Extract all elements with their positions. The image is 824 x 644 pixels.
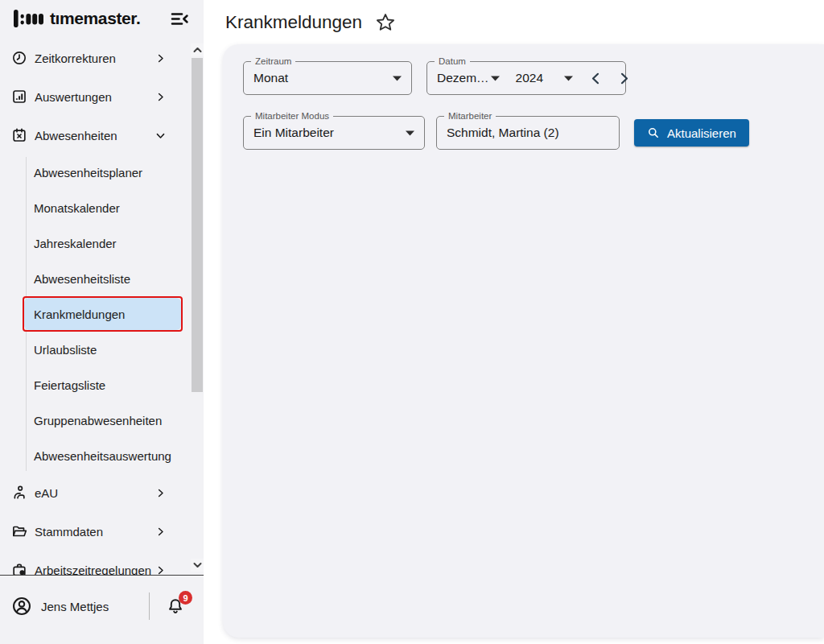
chevron-right-icon (154, 526, 167, 538)
sidebar-item-label: Abwesenheiten (35, 129, 154, 142)
sidebar-item-label: Gruppenabwesenheiten (34, 414, 162, 427)
user-account-row[interactable]: Jens Mettjes 9 (0, 586, 204, 626)
mitarbeiter-input[interactable]: Mitarbeiter Schmidt, Martina (2) (436, 116, 620, 150)
folder-open-icon (11, 523, 27, 539)
mitarbeiter-modus-select[interactable]: Mitarbeiter Modus Ein Mitarbeiter (243, 116, 425, 150)
brand-logo[interactable]: tımemaster. (14, 9, 140, 28)
sidebar-item-label: Urlaubsliste (34, 343, 97, 357)
sidebar: tımemaster. Zeitkorrekturen (0, 0, 204, 644)
caret-down-icon[interactable] (491, 76, 500, 81)
sidebar-nav: Zeitkorrekturen Auswertungen (0, 37, 204, 575)
chevron-right-icon (154, 487, 167, 499)
zeitraum-label: Zeitraum (251, 56, 295, 67)
datum-year-value: 2024 (516, 71, 543, 85)
logout-button[interactable]: Abmelden (0, 636, 204, 644)
chevron-down-icon (154, 130, 167, 142)
avatar-icon (11, 596, 32, 617)
previous-period-button[interactable] (591, 72, 600, 85)
sidebar-item-label: Krankmeldungen (34, 308, 125, 321)
sidebar-item-stammdaten[interactable]: Stammdaten (0, 512, 204, 551)
sidebar-item-arbeitszeitregelungen[interactable]: Arbeitszeitregelungen (0, 551, 204, 575)
favorite-star-icon[interactable] (375, 12, 396, 33)
chevron-right-icon (154, 91, 167, 103)
sidebar-item-label: Jahreskalender (34, 237, 117, 250)
zeitraum-value: Monat (253, 71, 288, 85)
main-area: Krankmeldungen Zeitraum Monat Dat (204, 0, 824, 644)
sidebar-bottom-section: Jens Mettjes 9 (0, 575, 204, 644)
filter-row-1: Zeitraum Monat Datum Dezem… 2024 (243, 61, 824, 95)
timemaster-logo-mark-icon (14, 9, 43, 28)
mitarbeiter-value: Schmidt, Martina (2) (447, 126, 559, 140)
sidebar-item-abwesenheiten[interactable]: Abwesenheiten (0, 116, 204, 155)
app-window: tımemaster. Zeitkorrekturen (0, 0, 824, 644)
chevron-right-icon (154, 564, 167, 576)
next-period-button[interactable] (620, 72, 629, 85)
briefcase-clock-icon (11, 562, 27, 575)
datum-field[interactable]: Datum Dezem… 2024 (426, 61, 626, 95)
sidebar-item-label: Stammdaten (35, 525, 154, 539)
sidebar-item-auswertungen[interactable]: Auswertungen (0, 77, 204, 116)
clock-icon (11, 50, 27, 66)
sidebar-header: tımemaster. (0, 0, 204, 37)
eau-person-icon (11, 485, 27, 501)
sidebar-item-abwesenheitsliste[interactable]: Abwesenheitsliste (0, 261, 204, 296)
sidebar-item-label: Abwesenheitsliste (34, 272, 130, 286)
mitarbeiter-modus-label: Mitarbeiter Modus (251, 110, 333, 122)
scroll-up-icon[interactable] (191, 43, 204, 56)
chevron-right-icon (154, 52, 167, 64)
sidebar-item-label: Feiertagsliste (34, 378, 105, 392)
sidebar-item-feiertagsliste[interactable]: Feiertagsliste (0, 367, 204, 402)
sidebar-item-abwesenheitsauswertung[interactable]: Abwesenheitsauswertung (0, 438, 204, 473)
sidebar-item-jahreskalender[interactable]: Jahreskalender (0, 225, 204, 261)
filter-row-2: Mitarbeiter Modus Ein Mitarbeiter Mitarb… (243, 116, 824, 150)
mitarbeiter-modus-value: Ein Mitarbeiter (253, 126, 334, 140)
sidebar-item-gruppenabwesenheiten[interactable]: Gruppenabwesenheiten (0, 402, 204, 438)
sidebar-item-label: Abwesenheitsplaner (34, 166, 142, 180)
caret-down-icon (406, 130, 414, 136)
sidebar-item-label: Monatskalender (34, 201, 120, 215)
datum-month-value: Dezem… (437, 71, 489, 85)
sidebar-item-monatskalender[interactable]: Monatskalender (0, 190, 204, 225)
sidebar-item-abwesenheitsplaner[interactable]: Abwesenheitsplaner (0, 155, 204, 190)
abwesenheiten-submenu: Abwesenheitsplaner Monatskalender Jahres… (0, 155, 204, 473)
user-name: Jens Mettjes (41, 600, 109, 613)
bar-chart-icon (11, 89, 27, 105)
divider (149, 592, 150, 620)
brand-logo-text: tımemaster. (50, 9, 140, 28)
notification-count-badge: 9 (179, 591, 192, 605)
calendar-x-icon (11, 127, 27, 143)
sidebar-item-label: Arbeitszeitregelungen (35, 564, 154, 576)
sidebar-scrollbar[interactable] (191, 43, 204, 575)
datum-label: Datum (435, 56, 470, 67)
scroll-down-icon[interactable] (191, 559, 204, 572)
caret-down-icon[interactable] (564, 76, 573, 81)
sidebar-item-label: Auswertungen (35, 90, 154, 104)
main-header: Krankmeldungen (204, 0, 824, 44)
scrollbar-thumb[interactable] (192, 58, 203, 392)
caret-down-icon (393, 76, 402, 81)
sidebar-item-label: Zeitkorrekturen (35, 52, 154, 65)
page-title: Krankmeldungen (225, 12, 362, 33)
notifications-button[interactable]: 9 (166, 596, 185, 617)
sidebar-item-label: eAU (35, 486, 154, 500)
sidebar-item-eau[interactable]: eAU (0, 473, 204, 512)
sidebar-item-zeitkorrekturen[interactable]: Zeitkorrekturen (0, 39, 204, 77)
aktualisieren-button-label: Aktualisieren (667, 126, 736, 140)
sidebar-item-krankmeldungen[interactable]: Krankmeldungen (0, 296, 204, 332)
zeitraum-select[interactable]: Zeitraum Monat (243, 61, 412, 95)
sidebar-collapse-icon[interactable] (171, 11, 189, 27)
aktualisieren-button[interactable]: Aktualisieren (634, 119, 749, 147)
sidebar-item-label: Abwesenheitsauswertung (34, 449, 171, 463)
sidebar-item-urlaubsliste[interactable]: Urlaubsliste (0, 332, 204, 367)
content-panel: Zeitraum Monat Datum Dezem… 2024 (223, 44, 824, 638)
mitarbeiter-label: Mitarbeiter (444, 110, 496, 122)
search-icon (647, 126, 660, 139)
